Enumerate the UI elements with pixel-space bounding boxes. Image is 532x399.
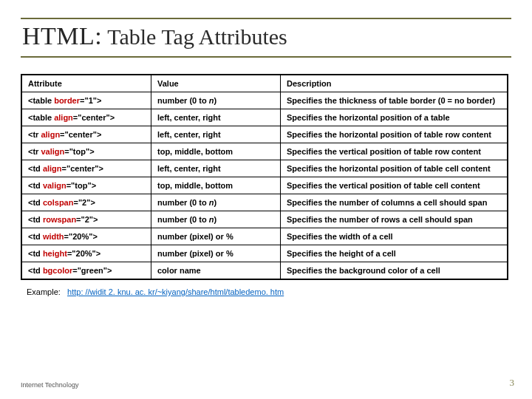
cell-attribute: <td align="center"> <box>21 160 151 177</box>
value-tail: ) <box>214 198 216 207</box>
tag-open: <td <box>28 181 43 190</box>
cell-value: left, center, right <box>151 126 281 143</box>
cell-attribute: <td valign="top"> <box>21 177 151 194</box>
value-text: left, center, right <box>157 164 221 173</box>
cell-attribute: <tr align="center"> <box>21 126 151 143</box>
tag-close: ="1"> <box>80 96 101 105</box>
attr-name: bgcolor <box>43 266 72 275</box>
value-text: top, middle, bottom <box>157 181 233 190</box>
attributes-table: Attribute Value Description <table borde… <box>21 74 508 280</box>
cell-value: number (0 to n) <box>151 194 281 211</box>
tag-close: ="20%"> <box>67 249 100 258</box>
tag-close: ="top"> <box>66 181 96 190</box>
tag-open: <table <box>28 96 54 105</box>
cell-attribute: <td colspan="2"> <box>21 194 151 211</box>
cell-description: Specifies the horizontal position of tab… <box>281 126 508 143</box>
cell-attribute: <tr valign="top"> <box>21 143 151 160</box>
cell-description: Specifies the thickness of table border … <box>281 92 508 109</box>
value-text: number (0 to <box>157 198 209 207</box>
tag-close: ="20%"> <box>64 232 98 241</box>
th-value: Value <box>151 75 281 92</box>
tag-close: ="2"> <box>73 198 95 207</box>
cell-description: Specifies the vertical position of table… <box>281 177 508 194</box>
cell-value: left, center, right <box>151 160 281 177</box>
example-line: Example: http: //widit 2. knu. ac. kr/~k… <box>21 287 511 296</box>
tag-open: <td <box>28 249 43 258</box>
cell-description: Specifies the number of rows a cell shou… <box>281 211 508 228</box>
attr-name: colspan <box>43 198 74 207</box>
table-row: <td width="20%">number (pixel) or %Speci… <box>21 228 508 245</box>
tag-open: <table <box>28 113 54 122</box>
cell-value: number (pixel) or % <box>151 228 281 245</box>
table-row: <tr valign="top">top, middle, bottomSpec… <box>21 143 508 160</box>
title-rest: Table Tag Attributes <box>102 24 287 49</box>
tag-open: <td <box>28 215 43 224</box>
tag-close: ="top"> <box>64 147 94 156</box>
cell-value: number (0 to n) <box>151 92 281 109</box>
value-text: number (0 to <box>157 96 209 105</box>
cell-attribute: <td height="20%"> <box>21 245 151 262</box>
cell-description: Specifies the horizontal position of tab… <box>281 160 508 177</box>
example-link[interactable]: http: //widit 2. knu. ac. kr/~kiyang/sha… <box>67 287 284 296</box>
page-title: HTML: Table Tag Attributes <box>22 22 511 50</box>
value-text: left, center, right <box>157 113 221 122</box>
value-text: number (pixel) or % <box>157 249 233 258</box>
value-tail: ) <box>214 215 216 224</box>
attr-name: align <box>54 113 73 122</box>
cell-attribute: <table align="center"> <box>21 109 151 126</box>
attr-name: align <box>43 164 62 173</box>
table-row: <td rowspan="2">number (0 to n)Specifies… <box>21 211 508 228</box>
attr-name: width <box>43 232 64 241</box>
tag-open: <td <box>28 164 43 173</box>
attr-name: border <box>54 96 80 105</box>
table-header-row: Attribute Value Description <box>21 75 508 92</box>
tag-close: ="green"> <box>72 266 112 275</box>
footer-left: Internet Technology <box>21 381 78 389</box>
cell-value: top, middle, bottom <box>151 177 281 194</box>
cell-attribute: <td bgcolor="green"> <box>21 262 151 280</box>
attr-name: align <box>41 130 60 139</box>
page-number: 3 <box>510 377 515 389</box>
cell-attribute: <td rowspan="2"> <box>21 211 151 228</box>
tag-open: <td <box>28 198 43 207</box>
tag-open: <td <box>28 266 43 275</box>
value-text: left, center, right <box>157 130 221 139</box>
cell-value: top, middle, bottom <box>151 143 281 160</box>
attr-name: rowspan <box>43 215 76 224</box>
th-attribute: Attribute <box>21 75 151 92</box>
tag-open: <td <box>28 232 43 241</box>
attr-name: height <box>43 249 67 258</box>
value-text: color name <box>157 266 201 275</box>
tag-close: ="center"> <box>73 113 115 122</box>
table-row: <tr align="center">left, center, rightSp… <box>21 126 508 143</box>
cell-value: left, center, right <box>151 109 281 126</box>
cell-value: number (0 to n) <box>151 211 281 228</box>
cell-attribute: <td width="20%"> <box>21 228 151 245</box>
table-row: <td height="20%">number (pixel) or %Spec… <box>21 245 508 262</box>
table-row: <td colspan="2">number (0 to n)Specifies… <box>21 194 508 211</box>
tag-open: <tr <box>28 147 41 156</box>
tag-close: ="2"> <box>76 215 98 224</box>
attr-name: valign <box>41 147 64 156</box>
th-description: Description <box>281 75 508 92</box>
table-row: <td bgcolor="green">color nameSpecifies … <box>21 262 508 280</box>
tag-open: <tr <box>28 130 41 139</box>
cell-description: Specifies the horizontal position of a t… <box>281 109 508 126</box>
cell-attribute: <table border="1"> <box>21 92 151 109</box>
cell-description: Specifies the height of a cell <box>281 245 508 262</box>
table-row: <table align="center">left, center, righ… <box>21 109 508 126</box>
value-text: number (pixel) or % <box>157 232 233 241</box>
cell-value: color name <box>151 262 281 280</box>
slide: HTML: Table Tag Attributes Attribute Val… <box>0 0 532 399</box>
table-row: <td valign="top">top, middle, bottomSpec… <box>21 177 508 194</box>
example-label: Example: <box>27 287 61 296</box>
title-bar: HTML: Table Tag Attributes <box>21 18 511 58</box>
tag-close: ="center"> <box>62 164 103 173</box>
table-row: <table border="1">number (0 to n)Specifi… <box>21 92 508 109</box>
title-prefix: HTML: <box>22 22 102 50</box>
cell-description: Specifies the width of a cell <box>281 228 508 245</box>
cell-description: Specifies the number of columns a cell s… <box>281 194 508 211</box>
table-row: <td align="center">left, center, rightSp… <box>21 160 508 177</box>
attr-name: valign <box>43 181 66 190</box>
cell-description: Specifies the vertical position of table… <box>281 143 508 160</box>
